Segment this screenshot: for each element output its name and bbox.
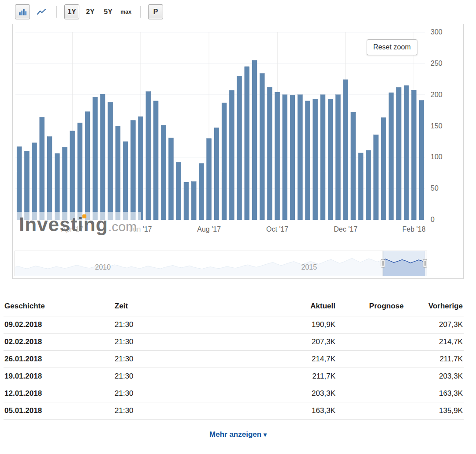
bar[interactable] (245, 67, 249, 220)
bar[interactable] (229, 90, 234, 220)
y-axis-label: 50 (431, 184, 439, 192)
main-chart[interactable]: 050100150200250300Apr '17Jun '17Aug '17O… (13, 24, 462, 237)
time-cell: 21:30 (114, 334, 222, 351)
chart-widget: 050100150200250300Apr '17Jun '17Aug '17O… (12, 24, 464, 279)
x-axis-label: Oct '17 (266, 225, 288, 233)
bar[interactable] (351, 112, 356, 220)
navigator[interactable]: 20102015 (15, 251, 427, 276)
bar[interactable] (283, 95, 287, 220)
bar[interactable] (24, 151, 29, 220)
bar[interactable] (55, 154, 60, 220)
time-cell: 21:30 (114, 351, 222, 368)
bar[interactable] (214, 128, 219, 220)
actual-cell: 190,9K (222, 316, 336, 334)
previous-cell: 214,7K (405, 334, 464, 351)
bar[interactable] (207, 139, 212, 220)
bar[interactable] (47, 137, 52, 220)
bar[interactable] (305, 101, 310, 220)
chart-type-line-button[interactable] (34, 4, 49, 19)
range-2y-button[interactable]: 2Y (83, 4, 97, 19)
bar[interactable] (260, 74, 264, 220)
bar[interactable] (17, 146, 22, 220)
bar[interactable] (275, 92, 280, 220)
bar[interactable] (40, 117, 45, 220)
bar[interactable] (169, 138, 174, 220)
bar[interactable] (161, 125, 166, 220)
bar[interactable] (366, 150, 371, 220)
bar[interactable] (176, 162, 181, 220)
time-cell: 21:30 (114, 385, 222, 402)
bar[interactable] (419, 101, 424, 220)
range-1y-button[interactable]: 1Y (64, 4, 79, 19)
previous-cell: 203,3K (405, 368, 464, 385)
compare-button[interactable]: P (148, 4, 163, 19)
bar[interactable] (374, 135, 379, 220)
y-axis-label: 200 (431, 91, 443, 98)
toolbar-separator (140, 6, 141, 18)
previous-cell: 163,3K (405, 385, 464, 402)
forecast-cell (336, 402, 405, 420)
bar[interactable] (381, 118, 386, 220)
reset-zoom-button[interactable]: Reset zoom (367, 39, 417, 55)
y-axis-label: 100 (431, 153, 443, 161)
bar[interactable] (222, 103, 227, 220)
bar[interactable] (328, 99, 333, 220)
bar[interactable] (184, 182, 189, 220)
chart-type-bar-button[interactable] (15, 4, 30, 19)
history-date-cell: 26.01.2018 (4, 351, 114, 368)
y-axis-label: 150 (431, 122, 443, 130)
bar[interactable] (412, 90, 416, 220)
bar[interactable] (63, 147, 67, 220)
bar[interactable] (153, 101, 158, 220)
time-cell: 21:30 (114, 368, 222, 385)
bar[interactable] (85, 112, 90, 220)
bar[interactable] (199, 164, 204, 220)
bar[interactable] (252, 60, 257, 220)
forecast-cell (336, 316, 405, 334)
y-axis-label: 250 (431, 60, 443, 67)
column-header-aktuell: Aktuell (222, 297, 336, 316)
previous-cell: 135,9K (405, 402, 464, 420)
bar[interactable] (70, 131, 75, 220)
bar[interactable] (343, 80, 348, 220)
chevron-down-icon: ▾ (264, 431, 267, 438)
bar[interactable] (108, 102, 113, 220)
bar[interactable] (131, 120, 136, 220)
x-axis-label: Feb '18 (402, 225, 426, 233)
range-max-button[interactable]: max (119, 4, 133, 19)
actual-cell: 214,7K (222, 351, 336, 368)
bar[interactable] (115, 126, 120, 220)
bar[interactable] (290, 95, 295, 220)
show-more-link[interactable]: Mehr anzeigen ▾ (0, 430, 476, 439)
bar[interactable] (389, 93, 394, 220)
forecast-cell (336, 368, 405, 385)
history-date-cell: 05.01.2018 (4, 402, 114, 420)
bar[interactable] (396, 87, 401, 220)
bar[interactable] (320, 95, 325, 220)
range-5y-button[interactable]: 5Y (101, 4, 115, 19)
actual-cell: 207,3K (222, 334, 336, 351)
bar[interactable] (298, 95, 302, 220)
bar[interactable] (191, 182, 196, 220)
bar[interactable] (32, 143, 37, 220)
bar[interactable] (358, 153, 363, 220)
previous-cell: 211,7K (405, 351, 464, 368)
bar[interactable] (138, 116, 143, 220)
table-row: 26.01.2018 21:30 214,7K 211,7K (4, 351, 464, 368)
bar[interactable] (100, 94, 105, 220)
x-axis-label: Aug '17 (197, 225, 221, 233)
history-date-cell: 19.01.2018 (4, 368, 114, 385)
bar[interactable] (404, 86, 409, 220)
table-row: 05.01.2018 21:30 163,3K 135,9K (4, 402, 464, 420)
bar[interactable] (78, 123, 82, 220)
actual-cell: 163,3K (222, 402, 336, 420)
bar[interactable] (146, 92, 151, 220)
bar[interactable] (268, 87, 272, 220)
bar[interactable] (93, 97, 97, 220)
column-header-zeit: Zeit (114, 297, 222, 316)
line-chart-icon (37, 8, 46, 16)
bar[interactable] (336, 95, 341, 220)
bar[interactable] (313, 99, 318, 220)
bar[interactable] (123, 142, 128, 220)
bar[interactable] (237, 76, 242, 220)
